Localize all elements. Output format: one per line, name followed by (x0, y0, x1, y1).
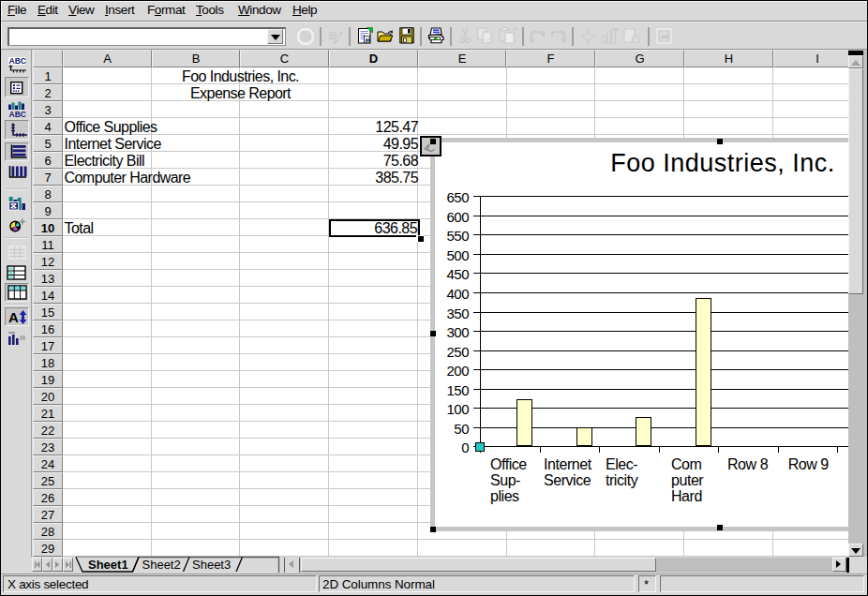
svg-text:Sheet3: Sheet3 (192, 558, 231, 572)
svg-text:Sheet2: Sheet2 (142, 558, 181, 572)
svg-text:Sheet1: Sheet1 (88, 558, 128, 572)
svg-text:A: A (8, 309, 19, 325)
svg-text:ABC: ABC (9, 56, 26, 66)
svg-text:ABC: ABC (9, 110, 26, 118)
